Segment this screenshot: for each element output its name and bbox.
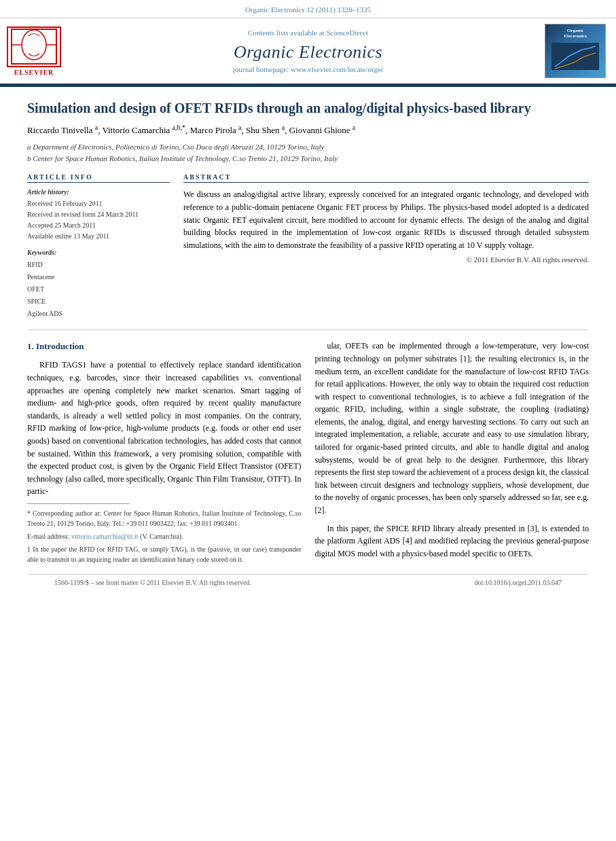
intro-heading: 1. Introduction bbox=[27, 340, 302, 353]
keyword-3: OFET bbox=[27, 283, 170, 296]
keywords-label: Keywords: bbox=[27, 249, 170, 256]
online-date: Available online 13 May 2011 bbox=[27, 231, 170, 242]
copyright-notice: © 2011 Elsevier B.V. All rights reserved… bbox=[183, 255, 589, 264]
abstract-text: We discuss an analog/digital active libr… bbox=[183, 188, 589, 251]
section-divider bbox=[27, 329, 589, 330]
authors-line: Riccardo Tinivella a, Vittorio Camarchia… bbox=[27, 124, 589, 136]
homepage-url[interactable]: www.elsevier.com/locate/orgel bbox=[291, 65, 383, 73]
paper-title: Simulation and design of OFET RFIDs thro… bbox=[27, 99, 589, 117]
footnote-email: E-mail address: vittorio.camarchia@iit.i… bbox=[27, 531, 302, 541]
section-title-text: Introduction bbox=[36, 341, 84, 351]
affiliation-a: a Department of Electronics, Politecnico… bbox=[27, 141, 589, 153]
author-names: Riccardo Tinivella a, Vittorio Camarchia… bbox=[27, 125, 355, 135]
keyword-2: Pentacene bbox=[27, 271, 170, 283]
keyword-1: RFID bbox=[27, 259, 170, 271]
homepage-label: journal homepage: bbox=[233, 65, 289, 73]
journal-homepage: journal homepage: www.elsevier.com/locat… bbox=[233, 65, 383, 73]
contents-label: Contents lists available at bbox=[248, 29, 325, 37]
keyword-4: SPICE bbox=[27, 296, 170, 308]
publisher-logo-area: ELSEVIER bbox=[7, 24, 75, 78]
keywords-list: RFID Pentacene OFET SPICE Agilent ADS bbox=[27, 259, 170, 320]
body-col-left: 1. Introduction RFID TAGS1 have a potent… bbox=[27, 340, 302, 567]
footnotes: * Corresponding author at: Center for Sp… bbox=[27, 508, 302, 565]
article-info-header: ARTICLE INFO bbox=[27, 173, 170, 183]
intro-col2-text: ular, OFETs can be implemented through a… bbox=[315, 340, 590, 560]
keyword-5: Agilent ADS bbox=[27, 308, 170, 320]
email-attribution: (V. Camarchia). bbox=[140, 533, 183, 540]
journal-citation-link[interactable]: Organic Electronics 12 (2011) 1328–1335 bbox=[245, 5, 371, 14]
elsevier-logo-box bbox=[7, 26, 61, 67]
section-number: 1. bbox=[27, 341, 34, 351]
received-date: Received 16 February 2011 bbox=[27, 198, 170, 209]
affiliations: a Department of Electronics, Politecnico… bbox=[27, 141, 589, 164]
abstract-col: ABSTRACT We discuss an analog/digital ac… bbox=[183, 173, 589, 320]
revised-date: Received in revised form 24 March 2011 bbox=[27, 209, 170, 220]
body-content: 1. Introduction RFID TAGS1 have a potent… bbox=[27, 340, 589, 567]
journal-info-center: Contents lists available at ScienceDirec… bbox=[81, 24, 535, 78]
journal-header: ELSEVIER Contents lists available at Sci… bbox=[0, 18, 616, 85]
svg-rect-0 bbox=[12, 29, 56, 64]
info-abstract-section: ARTICLE INFO Article history: Received 1… bbox=[27, 173, 589, 320]
elsevier-logo: ELSEVIER bbox=[7, 26, 61, 76]
main-content: Simulation and design of OFET RFIDs thro… bbox=[0, 87, 616, 597]
cover-image-area: OrganicElectronics bbox=[541, 24, 609, 78]
history-label: Article history: bbox=[27, 188, 170, 196]
body-col-right: ular, OFETs can be implemented through a… bbox=[315, 340, 590, 567]
intro-paragraph-1: RFID TAGS1 have a potential to effective… bbox=[27, 359, 302, 498]
journal-title: Organic Electronics bbox=[234, 42, 382, 62]
intro-col2-paragraph-1: ular, OFETs can be implemented through a… bbox=[315, 340, 590, 516]
affiliation-b: b Center for Space Human Robotics, Itali… bbox=[27, 153, 589, 164]
bottom-bar: 1566-1199/$ – see front matter © 2011 El… bbox=[27, 574, 589, 590]
intro-col1-text: RFID TAGS1 have a potential to effective… bbox=[27, 359, 302, 498]
svg-point-1 bbox=[22, 30, 46, 60]
article-dates: Received 16 February 2011 Received in re… bbox=[27, 198, 170, 242]
cover-graph bbox=[551, 43, 599, 70]
sciencedirect-link[interactable]: ScienceDirect bbox=[326, 29, 368, 37]
email-label: E-mail address: bbox=[27, 533, 71, 540]
doi-notice: doi:10.1016/j.orgel.2011.03.047 bbox=[474, 579, 562, 586]
top-bar: Organic Electronics 12 (2011) 1328–1335 bbox=[0, 0, 616, 18]
intro-col2-paragraph-2: In this paper, the SPICE RFID library al… bbox=[315, 522, 590, 560]
issn-notice: 1566-1199/$ – see front matter © 2011 El… bbox=[54, 579, 251, 586]
article-info-col: ARTICLE INFO Article history: Received 1… bbox=[27, 173, 170, 320]
abstract-header: ABSTRACT bbox=[183, 173, 589, 183]
email-address[interactable]: vittorio.camarchia@iit.it bbox=[71, 533, 139, 540]
journal-cover-image: OrganicElectronics bbox=[545, 24, 606, 78]
cover-title: OrganicElectronics bbox=[564, 28, 586, 39]
footnote-divider bbox=[27, 503, 129, 504]
contents-available-line: Contents lists available at ScienceDirec… bbox=[248, 29, 368, 37]
footnote-corresponding: * Corresponding author at: Center for Sp… bbox=[27, 508, 302, 529]
elsevier-wordmark: ELSEVIER bbox=[14, 69, 54, 76]
accepted-date: Accepted 25 March 2011 bbox=[27, 220, 170, 231]
footnote-1: 1 In the paper the RFID (or RFID TAG, or… bbox=[27, 544, 302, 565]
